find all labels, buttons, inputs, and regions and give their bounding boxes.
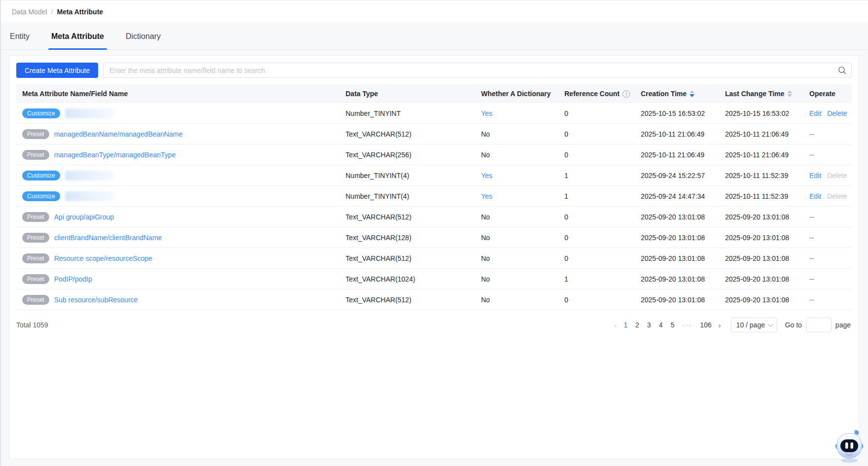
search-icon[interactable] [838, 66, 846, 74]
last-change-time-value: 2025-10-11 21:06:49 [725, 151, 789, 159]
table-body: CustomizeNumber_TINYINTYes02025-10-15 16… [16, 103, 852, 310]
creation-time-value: 2025-09-20 13:01:08 [641, 296, 705, 304]
col-data-type-label: Data Type [346, 90, 378, 98]
dictionary-value[interactable]: Yes [481, 172, 492, 179]
delete-link[interactable]: Delete [827, 109, 847, 117]
attribute-name-link[interactable]: managedBeanName/managedBeanName [54, 130, 183, 138]
goto-page-input[interactable] [806, 318, 832, 332]
operate-empty: -- [809, 254, 814, 262]
delete-link[interactable]: Delete [827, 172, 847, 179]
page-number-5[interactable]: 5 [666, 321, 678, 329]
operate-cell: EditDelete [809, 172, 853, 179]
operate-cell: -- [809, 275, 852, 283]
tab-bar: Entity Meta Attribute Dictionary [1, 24, 868, 50]
assistant-robot-button[interactable] [833, 429, 865, 464]
page-number-4[interactable]: 4 [655, 321, 667, 329]
table-row: CustomizeNumber_TINYINTYes02025-10-15 16… [16, 103, 852, 124]
operate-empty: -- [809, 213, 814, 221]
operate-empty: -- [809, 275, 814, 283]
last-change-time-value: 2025-09-20 13:01:08 [725, 296, 789, 304]
operate-cell: EditDelete [809, 192, 853, 200]
operate-cell: EditDelete [809, 109, 853, 117]
create-meta-attribute-button[interactable]: Create Meta Attribute [16, 63, 98, 78]
attribute-name-link[interactable]: Sub resource/subResource [54, 296, 138, 304]
creation-time-value: 2025-09-24 14:47:34 [641, 192, 705, 200]
dictionary-value[interactable]: Yes [481, 109, 492, 117]
attribute-name-link[interactable]: managedBeanType/managedBeanType [54, 151, 176, 159]
last-change-time-value: 2025-10-11 11:52:39 [725, 172, 788, 179]
col-data-type: Data Type [346, 90, 481, 98]
row-type-badge: Preset [22, 233, 49, 243]
reference-count-value: 0 [564, 109, 568, 117]
creation-time-value: 2025-09-24 15:22:57 [641, 172, 705, 179]
data-type-value: Number_TINYINT [346, 109, 401, 117]
attribute-name-link[interactable]: Api group/apiGroup [54, 213, 114, 221]
redacted-name [65, 171, 114, 180]
operate-empty: -- [809, 130, 814, 138]
table-row: PresetApi group/apiGroupText_VARCHAR(512… [16, 207, 852, 227]
breadcrumb-root[interactable]: Data Model [12, 8, 47, 16]
attribute-name-link[interactable]: PodIP/podIp [54, 275, 92, 283]
sort-asc-icon[interactable] [787, 90, 792, 93]
page-number-2[interactable]: 2 [631, 321, 643, 329]
edit-link[interactable]: Edit [809, 172, 821, 179]
table-row: PresetclientBrandName/clientBrandNameTex… [16, 227, 852, 248]
col-reference-count-label: Reference Count [564, 90, 620, 98]
sort-desc-icon[interactable] [690, 94, 694, 97]
col-last-change-time[interactable]: Last Change Time [725, 90, 809, 98]
creation-time-sorter[interactable] [690, 90, 694, 97]
attribute-name-link[interactable]: Resource scope/resourceScope [54, 254, 152, 262]
data-type-value: Text_VARCHAR(512) [346, 130, 412, 138]
last-change-time-sorter[interactable] [787, 90, 792, 97]
col-creation-time[interactable]: Creation Time [641, 90, 725, 98]
search-input[interactable] [103, 63, 852, 78]
data-type-value: Text_VARCHAR(1024) [346, 275, 415, 283]
delete-link[interactable]: Delete [827, 192, 847, 200]
info-icon[interactable]: i [623, 90, 630, 98]
data-type-value: Text_VARCHAR(256) [346, 151, 412, 159]
tab-entity[interactable]: Entity [10, 24, 30, 50]
edit-link[interactable]: Edit [809, 109, 821, 117]
search-box [103, 63, 852, 78]
page-ellipsis: ··· [678, 321, 696, 329]
page-number-3[interactable]: 3 [643, 321, 655, 329]
robot-icon [833, 429, 865, 464]
dictionary-value: No [481, 234, 490, 242]
sort-desc-icon[interactable] [787, 94, 792, 97]
col-operate-label: Operate [809, 90, 835, 98]
col-creation-time-label: Creation Time [641, 90, 687, 98]
operate-cell: -- [809, 254, 852, 262]
reference-count-value: 0 [564, 234, 568, 242]
table-header-row: Meta Attribute Name/Field Name Data Type… [16, 84, 852, 103]
row-type-badge: Preset [22, 274, 49, 284]
page-size-select[interactable]: 10 / page [731, 318, 777, 332]
dictionary-value: No [481, 296, 490, 304]
row-type-badge: Customize [22, 191, 60, 201]
data-type-value: Number_TINYINT(4) [346, 172, 409, 179]
redacted-name [65, 108, 114, 118]
attribute-name-link[interactable]: clientBrandName/clientBrandName [54, 234, 162, 242]
tab-dictionary[interactable]: Dictionary [126, 24, 161, 50]
dictionary-value: No [481, 213, 490, 221]
operate-cell: -- [809, 151, 852, 159]
tab-meta-attribute[interactable]: Meta Attribute [51, 24, 104, 50]
breadcrumb-current: Meta Attribute [57, 8, 103, 16]
reference-count-value: 0 [564, 296, 568, 304]
operate-empty: -- [809, 296, 814, 304]
next-page-icon[interactable]: › [716, 321, 724, 329]
dictionary-value[interactable]: Yes [481, 192, 492, 200]
sort-asc-icon[interactable] [690, 90, 694, 93]
table-row: PresetmanagedBeanName/managedBeanNameTex… [16, 124, 852, 144]
page-number-1[interactable]: 1 [620, 321, 631, 329]
last-change-time-value: 2025-09-20 13:01:08 [725, 275, 789, 283]
col-last-change-time-label: Last Change Time [725, 90, 784, 98]
edit-link[interactable]: Edit [809, 192, 821, 200]
page-number-106[interactable]: 106 [696, 321, 715, 329]
operate-cell: -- [809, 130, 852, 138]
table-row: PresetPodIP/podIpText_VARCHAR(1024)No120… [16, 269, 852, 289]
col-dictionary-label: Whether A Dictionary [481, 90, 551, 98]
last-change-time-value: 2025-10-11 11:52:39 [725, 192, 788, 200]
page-size-value: 10 / page [736, 321, 765, 329]
pagination-controls: ‹ 12345···106 › 10 / page Go to page [611, 318, 852, 332]
prev-page-icon[interactable]: ‹ [611, 321, 620, 329]
